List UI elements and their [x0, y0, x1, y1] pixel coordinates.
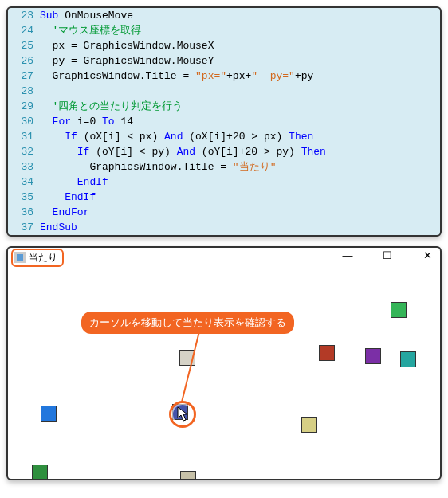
line-number: 25: [8, 38, 40, 53]
code-line[interactable]: 36 EndFor: [8, 205, 440, 220]
code-line[interactable]: 33 GraphicsWindow.Title = "当たり": [8, 159, 440, 174]
line-number: 30: [8, 114, 40, 129]
code-text: EndIf: [40, 190, 440, 205]
code-text: GraphicsWindow.Title = "当たり": [40, 159, 440, 174]
minimize-button[interactable]: —: [336, 249, 359, 261]
line-number: 26: [8, 53, 40, 69]
code-text: px = GraphicsWindow.MouseX: [40, 38, 440, 53]
line-number: 29: [8, 99, 40, 114]
app-window: 当たり — ☐ ✕ カーソルを移動して当たり表示を確認する: [6, 246, 442, 480]
line-number: 37: [8, 220, 40, 235]
code-line[interactable]: 23Sub OnMouseMove: [8, 8, 440, 23]
code-text: For i=0 To 14: [40, 114, 440, 129]
code-line[interactable]: 31 If (oX[i] < px) And (oX[i]+20 > px) T…: [8, 129, 440, 144]
close-button[interactable]: ✕: [416, 249, 438, 261]
code-line[interactable]: 32 If (oY[i] < py) And (oY[i]+20 > py) T…: [8, 144, 440, 159]
code-line[interactable]: 30 For i=0 To 14: [8, 114, 440, 129]
game-square[interactable]: [365, 348, 381, 364]
code-text: py = GraphicsWindow.MouseY: [40, 53, 440, 69]
line-number: 35: [8, 190, 40, 205]
code-line[interactable]: 28: [8, 84, 440, 99]
code-editor-panel: 23Sub OnMouseMove24 'マウス座標を取得25 px = Gra…: [6, 6, 442, 237]
code-text: 'マウス座標を取得: [40, 23, 440, 38]
line-number: 27: [8, 69, 40, 84]
titlebar: 当たり — ☐ ✕: [8, 248, 440, 267]
maximize-button[interactable]: ☐: [376, 249, 399, 261]
window-controls: — ☐ ✕: [336, 249, 438, 261]
code-line[interactable]: 37EndSub: [8, 220, 440, 235]
code-line[interactable]: 29 '四角との当たり判定を行う: [8, 99, 440, 114]
game-square[interactable]: [319, 345, 335, 361]
mouse-cursor-icon: [177, 406, 190, 425]
code-text: If (oX[i] < px) And (oX[i]+20 > px) Then: [40, 129, 440, 144]
line-number: 24: [8, 23, 40, 38]
code-lines: 23Sub OnMouseMove24 'マウス座標を取得25 px = Gra…: [8, 8, 440, 235]
game-square[interactable]: [180, 471, 196, 479]
code-text: GraphicsWindow.Title = "px="+px+" py="+p…: [40, 69, 440, 84]
line-number: 34: [8, 174, 40, 190]
code-text: [40, 84, 440, 99]
game-square[interactable]: [32, 465, 48, 479]
line-number: 33: [8, 159, 40, 174]
window-title: 当たり: [29, 251, 57, 265]
game-square[interactable]: [391, 302, 407, 318]
app-icon: [14, 252, 26, 263]
game-square[interactable]: [400, 351, 416, 367]
line-number: 31: [8, 129, 40, 144]
line-number: 36: [8, 205, 40, 220]
graphics-canvas[interactable]: カーソルを移動して当たり表示を確認する: [8, 269, 440, 479]
code-line[interactable]: 35 EndIf: [8, 190, 440, 205]
code-text: EndFor: [40, 205, 440, 220]
title-highlight: 当たり: [11, 249, 64, 267]
code-line[interactable]: 27 GraphicsWindow.Title = "px="+px+" py=…: [8, 69, 440, 84]
game-square[interactable]: [301, 417, 317, 433]
code-text: If (oY[i] < py) And (oY[i]+20 > py) Then: [40, 144, 440, 159]
code-line[interactable]: 34 EndIf: [8, 174, 440, 190]
code-line[interactable]: 25 px = GraphicsWindow.MouseX: [8, 38, 440, 53]
callout-label: カーソルを移動して当たり表示を確認する: [81, 312, 294, 334]
game-square[interactable]: [41, 406, 57, 422]
code-text: EndIf: [40, 174, 440, 190]
code-text: EndSub: [40, 220, 440, 235]
code-line[interactable]: 26 py = GraphicsWindow.MouseY: [8, 53, 440, 69]
line-number: 23: [8, 8, 40, 23]
code-text: '四角との当たり判定を行う: [40, 99, 440, 114]
code-line[interactable]: 24 'マウス座標を取得: [8, 23, 440, 38]
line-number: 32: [8, 144, 40, 159]
line-number: 28: [8, 84, 40, 99]
code-text: Sub OnMouseMove: [40, 8, 440, 23]
